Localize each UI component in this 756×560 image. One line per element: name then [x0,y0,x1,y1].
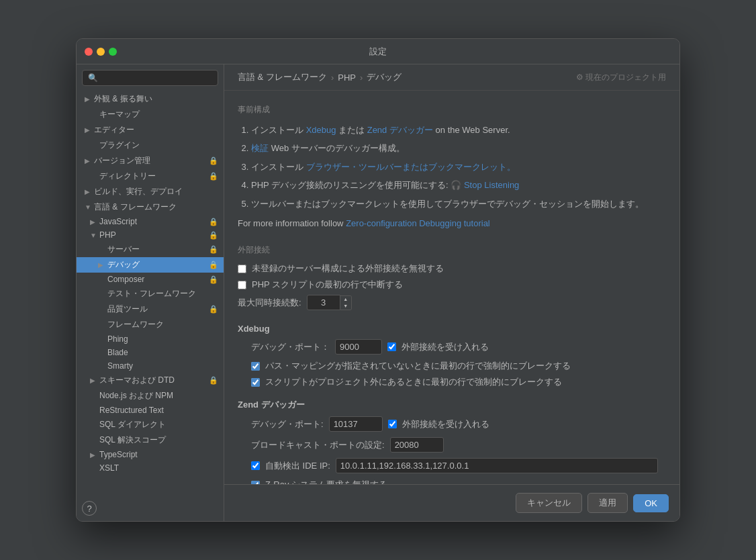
break-first-row: PHP スクリプトの最初の行で中断する [238,279,666,291]
sidebar-item-blade[interactable]: Blade [77,346,224,359]
sidebar-item-label: エディター [94,124,134,136]
step3-text-before: インストール [251,162,306,172]
sidebar: ▶ 外観 & 振る舞い キーマップ ▶ エディター プラグイン ▶ バージョン管… [77,64,224,521]
xdebug-link[interactable]: Xdebug [306,125,336,135]
sidebar-item-label: 品質ツール [107,304,148,315]
xdebug-port-label: デバッグ・ポート： [251,341,330,353]
sidebar-item-label: PHP [99,230,116,240]
zend-debugger-link[interactable]: Zend デバッガー [367,125,433,135]
more-info: For more information follow Zero-configu… [238,216,666,231]
sidebar-item-build[interactable]: ▶ ビルド、実行、デプロイ [77,184,224,199]
toolbar-link[interactable]: ブラウザー・ツールバーまたはブックマークレット。 [306,162,516,172]
close-button[interactable] [85,48,93,56]
sidebar-item-appearance[interactable]: ▶ 外観 & 振る舞い [77,91,224,107]
breadcrumb-part2: PHP [338,73,356,83]
sidebar-item-label: Blade [107,348,128,357]
sidebar-item-label: Smarty [107,361,133,371]
zend-ip-input[interactable]: 10.0.1.11,192.168.33.1,127.0.0.1 [336,458,658,473]
max-connections-input[interactable]: 3 [307,295,340,310]
cancel-button[interactable]: キャンセル [516,493,582,513]
sidebar-item-vcs[interactable]: ▶ バージョン管理 🔒 [77,153,224,169]
xdebug-script-checkbox[interactable] [251,378,260,387]
settings-scroll-area[interactable]: 事前構成 インストール Xdebug または Zend デバッガー on the… [224,91,679,484]
sidebar-item-restructured[interactable]: ReStructured Text [77,404,224,417]
zend-accept-ext-checkbox[interactable] [388,420,397,428]
debugging-tutorial-link[interactable]: Zero-configuration Debugging tutorial [346,218,490,228]
sidebar-item-label: Phing [107,334,128,344]
sidebar-item-testframework[interactable]: テスト・フレームワーク [77,286,224,301]
sidebar-item-plugins[interactable]: プラグイン [77,138,224,153]
sidebar-item-keymap[interactable]: キーマップ [77,107,224,122]
sidebar-item-label: Node.js および NPM [99,390,173,402]
apply-button[interactable]: 適用 [587,493,628,513]
sidebar-item-label: JavaScript [99,217,137,226]
xdebug-script-row: スクリプトがプロジェクト外にあるときに最初の行で強制的にブレークする [251,376,666,388]
sidebar-item-label: バージョン管理 [94,155,150,167]
lock-icon: 🔒 [209,261,218,269]
zend-section: Zend デバッガー デバッグ・ポート: 10137 外部接続を受け入れる ブロ… [238,399,666,484]
sidebar-item-typescript[interactable]: ▶ TypeScript [77,448,224,461]
sidebar-item-dir[interactable]: ディレクトリー 🔒 [77,169,224,184]
sidebar-item-composer[interactable]: Composer 🔒 [77,273,224,286]
project-scope: ⚙ 現在のプロジェクト用 [576,72,666,83]
xdebug-port-input[interactable]: 9000 [335,339,382,355]
sidebar-item-phing[interactable]: Phing [77,332,224,346]
titlebar: 設定 [77,39,679,64]
sidebar-item-label: 言語 & フレームワーク [94,201,177,213]
spinbox-down[interactable]: ▼ [340,303,351,310]
sidebar-item-php[interactable]: ▼ PHP 🔒 [77,228,224,242]
zend-broadcast-label: ブロードキャスト・ポートの設定: [251,439,385,451]
verify-link[interactable]: 検証 [251,143,269,153]
break-first-label: PHP スクリプトの最初の行で中断する [252,279,403,291]
sidebar-item-sqlscope[interactable]: SQL 解決スコープ [77,432,224,448]
zend-port-input[interactable]: 10137 [329,416,383,432]
ignore-external-row: 未登録のサーバー構成による外部接続を無視する [238,263,666,275]
help-button[interactable]: ? [82,501,97,516]
search-input[interactable] [82,70,218,86]
spinbox-up[interactable]: ▲ [340,296,351,303]
sidebar-item-label: スキーマおよび DTD [99,375,175,386]
sidebar-item-label: ビルド、実行、デプロイ [94,186,183,197]
ignore-external-checkbox[interactable] [238,265,246,273]
ok-button[interactable]: OK [633,494,669,512]
minimize-button[interactable] [97,48,105,56]
sidebar-item-label: 外観 & 振る舞い [94,93,152,105]
xdebug-title: Xdebug [238,324,666,334]
main-panel: 言語 & フレームワーク › PHP › デバッグ ⚙ 現在のプロジェクト用 事… [224,64,679,521]
sidebar-item-editor[interactable]: ▶ エディター [77,122,224,138]
breadcrumb-part1: 言語 & フレームワーク [238,71,327,83]
sidebar-item-debug[interactable]: ▶ デバッグ 🔒 [77,257,224,273]
step4-text: PHP デバッグ接続のリスニングを使用可能にする: 🎧 [251,180,464,190]
sidebar-item-lang[interactable]: ▼ 言語 & フレームワーク [77,199,224,215]
sidebar-item-frameworks[interactable]: フレームワーク [77,317,224,332]
lock-icon: 🔒 [209,231,218,240]
breadcrumb-part3: デバッグ [367,71,401,83]
break-first-checkbox[interactable] [238,281,246,289]
stop-listening-link[interactable]: Stop Listening [464,180,519,190]
arrow-icon: ▶ [90,451,97,459]
sidebar-item-nodejs[interactable]: Node.js および NPM [77,388,224,404]
sidebar-item-label: テスト・フレームワーク [107,288,196,299]
sidebar-item-server[interactable]: サーバー 🔒 [77,242,224,257]
lock-icon: 🔒 [209,275,218,284]
maximize-button[interactable] [109,48,117,56]
lock-icon: 🔒 [209,305,218,314]
max-connections-spinbox: 3 ▲ ▼ [307,295,352,310]
xdebug-accept-ext-checkbox[interactable] [387,342,396,351]
sidebar-item-smarty[interactable]: Smarty [77,359,224,373]
sidebar-item-javascript[interactable]: ▶ JavaScript 🔒 [77,215,224,228]
sidebar-item-xslt[interactable]: XSLT [77,461,224,475]
sidebar-item-quality[interactable]: 品質ツール 🔒 [77,301,224,317]
sidebar-item-label: SQL ダイアレクト [99,419,166,430]
zend-broadcast-input[interactable]: 20080 [390,437,444,453]
sidebar-item-label: ディレクトリー [99,171,156,182]
sidebar-item-label: Composer [107,275,144,284]
sidebar-item-schema[interactable]: ▶ スキーマおよび DTD 🔒 [77,373,224,388]
zend-zray-label: Z-Ray システム要求を無視する [265,479,387,484]
zend-zray-row: Z-Ray システム要求を無視する [251,479,666,484]
lock-icon: 🔒 [209,218,218,226]
zend-autodetect-checkbox[interactable] [251,461,260,470]
lock-icon: 🔒 [209,376,218,385]
sidebar-item-sqldialect[interactable]: SQL ダイアレクト [77,417,224,432]
xdebug-path-mapping-checkbox[interactable] [251,362,260,371]
